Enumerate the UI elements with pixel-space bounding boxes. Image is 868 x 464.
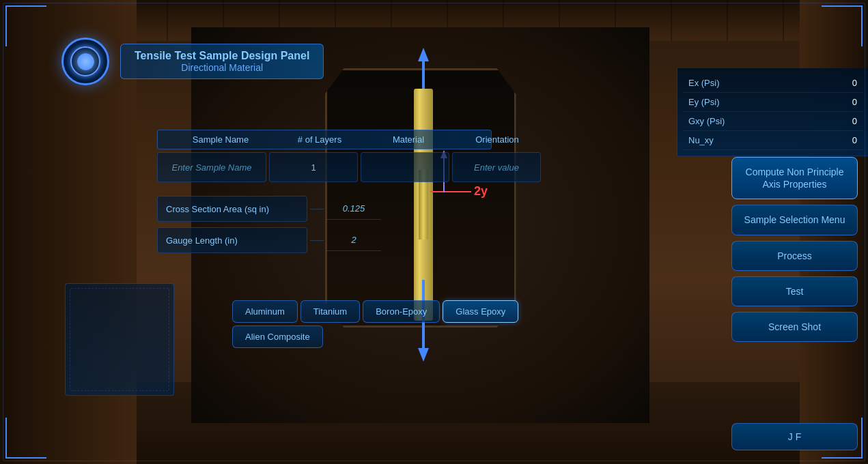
- corner-top-left: [5, 5, 46, 46]
- props-divider: [310, 209, 324, 209]
- screenshot-button[interactable]: Screen Shot: [731, 312, 858, 342]
- right-props-panel: Ex (Psi) 0 Ey (Psi) 0 Gxy (Psi) 0 Nu_xy …: [677, 68, 868, 156]
- material-btn-aluminum[interactable]: Aluminum: [232, 300, 298, 323]
- panel-title-line2: Directional Material: [135, 62, 309, 73]
- prop-row-ex: Ex (Psi) 0: [683, 74, 863, 93]
- properties-section: Cross Section Area (sq in) Gauge Length …: [157, 196, 492, 253]
- sample-name-input[interactable]: [165, 162, 259, 173]
- table-header: Sample Name # of Layers Material Orienta…: [157, 130, 492, 149]
- cross-section-row: Cross Section Area (sq in): [157, 196, 492, 222]
- sample-selection-button[interactable]: Sample Selection Menu: [731, 205, 858, 235]
- panel-title-line1: Tensile Test Sample Design Panel: [135, 50, 309, 62]
- test-button[interactable]: Test: [731, 276, 858, 306]
- design-panel: Sample Name # of Layers Material Orienta…: [157, 130, 492, 259]
- prop-row-nuxy: Nu_xy 0: [683, 131, 863, 150]
- material-btn-boron-epoxy[interactable]: Boron-Epoxy: [363, 300, 440, 323]
- preview-box: [65, 283, 174, 396]
- cell-layers: 1: [269, 152, 358, 182]
- material-btn-glass-epoxy[interactable]: Glass Epoxy: [443, 300, 518, 323]
- table-data-row: 1: [157, 152, 492, 182]
- cell-sample-name[interactable]: [157, 152, 266, 182]
- panel-title: Tensile Test Sample Design Panel Directi…: [120, 44, 324, 79]
- process-button[interactable]: Process: [731, 241, 858, 271]
- gauge-divider: [310, 240, 324, 241]
- preview-box-inner: [70, 288, 169, 391]
- panel-icon-inner: [77, 53, 94, 70]
- prop-value-gxy: 0: [837, 116, 857, 126]
- prop-label-ey: Ey (Psi): [688, 97, 720, 107]
- cross-section-value[interactable]: [326, 198, 381, 220]
- col-header-orientation: Orientation: [453, 134, 542, 145]
- prop-label-gxy: Gxy (Psi): [688, 116, 725, 126]
- col-header-layers: # of Layers: [275, 134, 364, 145]
- cell-orientation[interactable]: [452, 152, 541, 182]
- arrow-up-head: [418, 48, 429, 61]
- right-sidebar: Compute Non Principle Axis Properties Sa…: [731, 157, 858, 342]
- compute-button[interactable]: Compute Non Principle Axis Properties: [731, 157, 858, 199]
- material-btn-titanium[interactable]: Titanium: [300, 300, 360, 323]
- material-btn-alien-composite[interactable]: Alien Composite: [232, 325, 323, 348]
- col-header-sample-name: Sample Name: [166, 134, 275, 145]
- prop-row-gxy: Gxy (Psi) 0: [683, 112, 863, 131]
- layers-value: 1: [311, 162, 316, 173]
- cross-section-label: Cross Section Area (sq in): [157, 196, 307, 222]
- user-badge: J F: [731, 423, 858, 450]
- material-section: Aluminum Titanium Boron-Epoxy Glass Epox…: [232, 300, 526, 348]
- gauge-length-value[interactable]: [326, 229, 381, 251]
- prop-row-ey: Ey (Psi) 0: [683, 93, 863, 112]
- corner-top-right: [822, 5, 863, 46]
- panel-icon: [61, 38, 109, 85]
- prop-value-nuxy: 0: [837, 135, 857, 145]
- cell-material[interactable]: [361, 152, 449, 182]
- prop-value-ex: 0: [837, 78, 857, 88]
- corner-bottom-left: [5, 418, 46, 459]
- gauge-length-row: Gauge Length (in): [157, 227, 492, 253]
- orientation-input[interactable]: [460, 162, 533, 173]
- gauge-length-label: Gauge Length (in): [157, 227, 307, 253]
- col-header-material: Material: [364, 134, 453, 145]
- top-panel: Tensile Test Sample Design Panel Directi…: [61, 38, 324, 85]
- material-input[interactable]: [368, 162, 442, 173]
- prop-label-nuxy: Nu_xy: [688, 135, 714, 145]
- material-buttons-container: Aluminum Titanium Boron-Epoxy Glass Epox…: [232, 300, 526, 348]
- arrow-down-head: [418, 348, 429, 362]
- prop-label-ex: Ex (Psi): [688, 78, 720, 88]
- user-label: J F: [788, 431, 801, 442]
- prop-value-ey: 0: [837, 97, 857, 107]
